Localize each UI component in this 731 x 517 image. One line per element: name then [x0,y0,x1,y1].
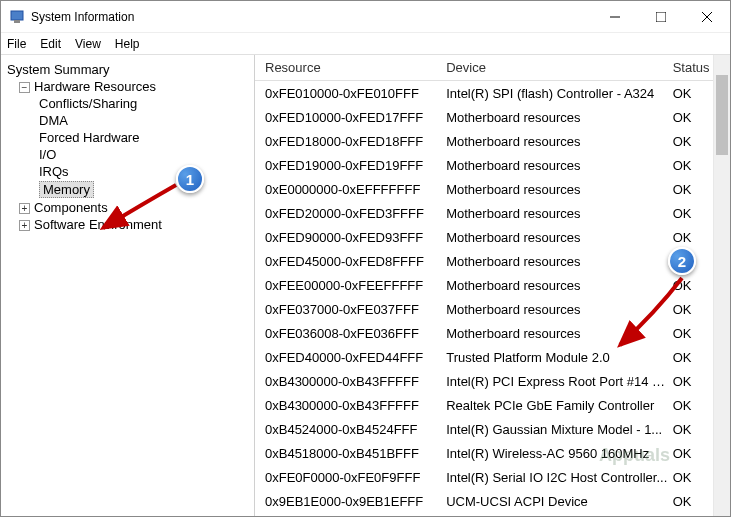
cell-status: OK [669,374,713,389]
close-button[interactable] [684,1,730,33]
content-area: System Summary −Hardware Resources Confl… [1,55,730,516]
cell-device: Motherboard resources [442,278,668,293]
tree-dma[interactable]: DMA [5,112,250,129]
tree-forced-hardware[interactable]: Forced Hardware [5,129,250,146]
menubar: File Edit View Help [1,33,730,55]
cell-device: Motherboard resources [442,230,668,245]
table-row[interactable]: 0xFED40000-0xFED44FFFTrusted Platform Mo… [255,345,713,369]
cell-resource: 0x9EB1E000-0x9EB1EFFF [255,494,442,509]
table-row[interactable]: 0xFEE00000-0xFEEFFFFFMotherboard resourc… [255,273,713,297]
table-row[interactable]: 0xB4300000-0xB43FFFFFIntel(R) PCI Expres… [255,369,713,393]
app-icon [9,9,25,25]
expand-icon[interactable]: + [19,220,30,231]
tree-memory[interactable]: Memory [5,180,250,199]
table-row[interactable]: 0xFED00000-0xFED003FFHigh precision even… [255,513,713,516]
cell-device: Motherboard resources [442,182,668,197]
table-row[interactable]: 0xFED45000-0xFED8FFFFMotherboard resourc… [255,249,713,273]
tree-hardware-resources[interactable]: −Hardware Resources [5,78,250,95]
cell-status: OK [669,302,713,317]
svg-rect-0 [11,11,23,20]
table-row[interactable]: 0xFED20000-0xFED3FFFFMotherboard resourc… [255,201,713,225]
cell-device: Intel(R) Serial IO I2C Host Controller..… [442,470,668,485]
header-device[interactable]: Device [442,60,668,75]
svg-rect-1 [14,20,20,23]
tree-label-selected: Memory [39,181,94,198]
window-title: System Information [31,10,134,24]
tree-system-summary[interactable]: System Summary [5,61,250,78]
menu-edit[interactable]: Edit [40,37,61,51]
table-row[interactable]: 0xFE0F0000-0xFE0F9FFFIntel(R) Serial IO … [255,465,713,489]
cell-resource: 0xFED19000-0xFED19FFF [255,158,442,173]
cell-device: Intel(R) Gaussian Mixture Model - 1... [442,422,668,437]
table-row[interactable]: 0xFE010000-0xFE010FFFIntel(R) SPI (flash… [255,81,713,105]
cell-status: OK [669,278,713,293]
table-row[interactable]: 0xFED10000-0xFED17FFFMotherboard resourc… [255,105,713,129]
table-row[interactable]: 0xFE036008-0xFE036FFFMotherboard resourc… [255,321,713,345]
cell-device: Motherboard resources [442,110,668,125]
collapse-icon[interactable]: − [19,82,30,93]
cell-resource: 0xFED18000-0xFED18FFF [255,134,442,149]
titlebar: System Information [1,1,730,33]
tree-components[interactable]: +Components [5,199,250,216]
vertical-scrollbar[interactable] [713,55,730,516]
cell-status: OK [669,470,713,485]
expand-icon[interactable]: + [19,203,30,214]
cell-resource: 0xFE0F0000-0xFE0F9FFF [255,470,442,485]
scrollbar-thumb[interactable] [716,75,728,155]
tree-conflicts-sharing[interactable]: Conflicts/Sharing [5,95,250,112]
cell-status: OK [669,350,713,365]
cell-resource: 0xFEE00000-0xFEEFFFFF [255,278,442,293]
maximize-button[interactable] [638,1,684,33]
cell-resource: 0xFED10000-0xFED17FFF [255,110,442,125]
cell-status: OK [669,398,713,413]
menu-view[interactable]: View [75,37,101,51]
cell-device: UCM-UCSI ACPI Device [442,494,668,509]
table-row[interactable]: 0xFE037000-0xFE037FFFMotherboard resourc… [255,297,713,321]
minimize-button[interactable] [592,1,638,33]
header-resource[interactable]: Resource [255,60,442,75]
menu-file[interactable]: File [7,37,26,51]
tree-label: DMA [39,113,68,128]
cell-resource: 0xB4300000-0xB43FFFFF [255,398,442,413]
cell-resource: 0xB4524000-0xB4524FFF [255,422,442,437]
table-row[interactable]: 0xB4524000-0xB4524FFFIntel(R) Gaussian M… [255,417,713,441]
table-row[interactable]: 0xB4518000-0xB451BFFFIntel(R) Wireless-A… [255,441,713,465]
cell-status: OK [669,134,713,149]
cell-resource: 0xFE010000-0xFE010FFF [255,86,442,101]
tree-label: Software Environment [34,217,162,232]
table-row[interactable]: 0xE0000000-0xEFFFFFFFMotherboard resourc… [255,177,713,201]
menu-help[interactable]: Help [115,37,140,51]
table-row[interactable]: 0xFED18000-0xFED18FFFMotherboard resourc… [255,129,713,153]
cell-status: OK [669,110,713,125]
cell-status: OK [669,494,713,509]
cell-resource: 0xB4518000-0xB451BFFF [255,446,442,461]
cell-device: Realtek PCIe GbE Family Controller [442,398,668,413]
tree-label: Conflicts/Sharing [39,96,137,111]
cell-resource: 0xFED20000-0xFED3FFFF [255,206,442,221]
tree-label: IRQs [39,164,69,179]
cell-resource: 0xB4300000-0xB43FFFFF [255,374,442,389]
tree-software-environment[interactable]: +Software Environment [5,216,250,233]
table-row[interactable]: 0x9EB1E000-0x9EB1EFFFUCM-UCSI ACPI Devic… [255,489,713,513]
table-row[interactable]: 0xB4300000-0xB43FFFFFRealtek PCIe GbE Fa… [255,393,713,417]
cell-device: Motherboard resources [442,158,668,173]
table-row[interactable]: 0xFED19000-0xFED19FFFMotherboard resourc… [255,153,713,177]
cell-status: OK [669,446,713,461]
header-status[interactable]: Status [669,60,713,75]
cell-device: Intel(R) PCI Express Root Port #14 - ... [442,374,668,389]
tree-irqs[interactable]: IRQs [5,163,250,180]
cell-device: Intel(R) SPI (flash) Controller - A324 [442,86,668,101]
svg-rect-3 [656,12,666,22]
cell-resource: 0xFED40000-0xFED44FFF [255,350,442,365]
cell-status: OK [669,182,713,197]
cell-device: Motherboard resources [442,254,668,269]
table-row[interactable]: 0xFED90000-0xFED93FFFMotherboard resourc… [255,225,713,249]
cell-status: OK [669,230,713,245]
cell-resource: 0xFED90000-0xFED93FFF [255,230,442,245]
tree-label: Forced Hardware [39,130,139,145]
cell-resource: 0xFE037000-0xFE037FFF [255,302,442,317]
cell-status: OK [669,326,713,341]
tree-io[interactable]: I/O [5,146,250,163]
cell-device: Motherboard resources [442,302,668,317]
cell-resource: 0xFED45000-0xFED8FFFF [255,254,442,269]
